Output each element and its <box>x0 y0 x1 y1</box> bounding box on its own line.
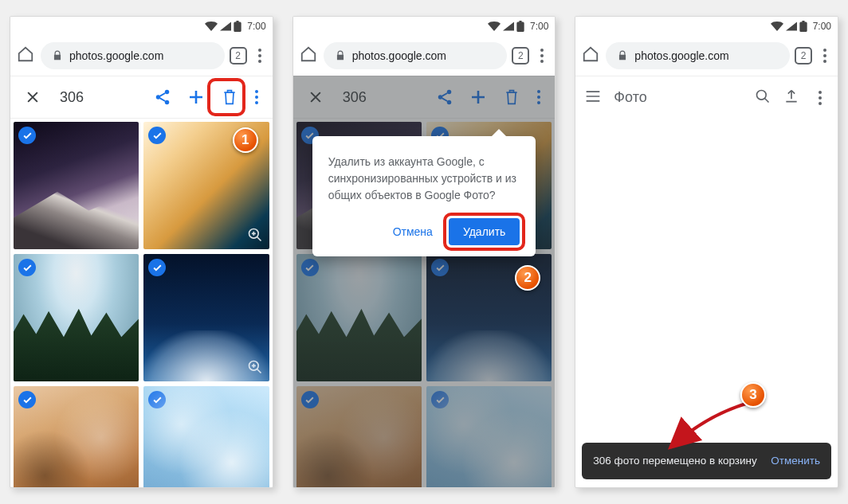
selected-check-icon <box>148 391 166 408</box>
browser-url-bar: photos.google.com 2 <box>575 36 838 76</box>
phone-screen-2: 7:00 photos.google.com 2 306 Удалить из … <box>292 16 556 488</box>
trash-icon <box>222 88 238 106</box>
dialog-text: Удалить из аккаунта Google, с синхронизи… <box>328 154 520 204</box>
upload-button[interactable] <box>783 88 799 107</box>
svg-rect-0 <box>235 25 240 31</box>
undo-button[interactable]: Отменить <box>771 454 820 468</box>
selection-count: 306 <box>60 89 84 106</box>
upload-icon <box>783 88 799 104</box>
photo-thumbnail[interactable] <box>14 122 139 249</box>
selection-toolbar: 306 <box>10 76 273 119</box>
share-icon <box>154 88 171 106</box>
svg-point-7 <box>249 361 258 371</box>
page-title: Фото <box>614 89 646 106</box>
photos-toolbar: Фото <box>575 76 838 119</box>
signal-icon <box>503 21 514 31</box>
home-button[interactable] <box>580 45 601 66</box>
zoom-icon <box>116 227 132 243</box>
confirm-delete-button[interactable]: Удалить <box>449 218 520 245</box>
more-button[interactable] <box>249 90 265 104</box>
photo-thumbnail[interactable] <box>14 254 139 381</box>
android-status-bar: 7:00 <box>293 17 556 36</box>
signal-icon <box>220 21 231 31</box>
android-status-bar: 7:00 <box>10 17 273 36</box>
delete-confirm-dialog: Удалить из аккаунта Google, с синхронизи… <box>312 136 536 256</box>
clock-text: 7:00 <box>247 21 265 32</box>
browser-url-bar: photos.google.com 2 <box>10 36 273 76</box>
search-button[interactable] <box>755 88 771 107</box>
svg-point-3 <box>164 100 169 105</box>
annotation-badge-1: 1 <box>233 127 258 153</box>
photo-thumbnail[interactable] <box>143 386 269 487</box>
svg-point-13 <box>757 90 767 100</box>
browser-menu-button[interactable] <box>252 49 268 63</box>
home-icon <box>300 45 317 63</box>
url-text: photos.google.com <box>69 49 163 62</box>
svg-point-1 <box>164 90 169 95</box>
battery-icon <box>234 21 241 32</box>
menu-button[interactable] <box>585 90 601 106</box>
selected-check-icon <box>148 127 166 144</box>
url-field[interactable]: photos.google.com <box>324 42 508 69</box>
clock-text: 7:00 <box>813 21 831 32</box>
browser-menu-button[interactable] <box>534 49 550 63</box>
selected-check-icon <box>148 259 166 276</box>
home-button[interactable] <box>298 45 319 66</box>
svg-rect-12 <box>801 25 806 31</box>
home-button[interactable] <box>15 45 36 66</box>
home-icon <box>17 45 34 63</box>
share-button[interactable] <box>148 83 177 111</box>
lock-icon <box>52 50 63 61</box>
selected-check-icon <box>18 391 36 408</box>
more-button[interactable] <box>812 91 828 105</box>
close-icon <box>25 89 41 105</box>
lock-icon <box>335 50 346 61</box>
tabs-button[interactable]: 2 <box>795 47 812 64</box>
search-icon <box>755 88 771 104</box>
android-status-bar: 7:00 <box>575 17 838 36</box>
close-selection-button[interactable] <box>18 83 47 111</box>
clock-text: 7:00 <box>530 21 548 32</box>
tabs-count: 2 <box>235 50 241 61</box>
tabs-count: 2 <box>518 50 524 61</box>
svg-point-2 <box>155 95 160 100</box>
photo-thumbnail[interactable] <box>143 254 269 381</box>
annotation-badge-3: 3 <box>740 382 766 408</box>
snackbar-text: 306 фото перемещено в корзину <box>593 454 761 468</box>
url-text: photos.google.com <box>634 49 728 62</box>
svg-rect-8 <box>518 25 523 31</box>
selected-check-icon <box>18 127 36 144</box>
tabs-count: 2 <box>801 50 807 61</box>
wifi-icon <box>488 21 501 31</box>
plus-icon <box>186 88 206 107</box>
url-field[interactable]: photos.google.com <box>41 42 225 69</box>
photo-thumbnail[interactable] <box>14 386 139 487</box>
wifi-icon <box>771 21 783 31</box>
url-text: photos.google.com <box>352 49 446 62</box>
add-button[interactable] <box>182 83 210 111</box>
photo-grid <box>10 119 273 487</box>
url-field[interactable]: photos.google.com <box>606 42 790 69</box>
delete-button[interactable] <box>215 83 244 111</box>
home-icon <box>582 45 599 63</box>
signal-icon <box>786 21 797 31</box>
tabs-button[interactable]: 2 <box>512 47 529 64</box>
browser-url-bar: photos.google.com 2 <box>293 36 556 76</box>
battery-icon <box>516 21 524 32</box>
lock-icon <box>617 50 628 61</box>
phone-screen-3: 7:00 photos.google.com 2 Фото 306 фото п… <box>575 16 838 488</box>
svg-point-6 <box>119 361 128 371</box>
zoom-icon <box>116 359 132 375</box>
phone-screen-1: 7:00 photos.google.com 2 306 <box>10 16 273 488</box>
battery-icon <box>799 21 807 32</box>
hamburger-icon <box>585 90 601 103</box>
tabs-button[interactable]: 2 <box>230 47 247 64</box>
wifi-icon <box>205 21 218 31</box>
zoom-icon <box>247 227 263 243</box>
cancel-button[interactable]: Отмена <box>383 219 442 244</box>
annotation-arrow <box>658 400 754 455</box>
svg-point-4 <box>119 229 128 239</box>
browser-menu-button[interactable] <box>817 49 833 63</box>
zoom-icon <box>247 359 263 375</box>
selected-check-icon <box>18 259 36 276</box>
